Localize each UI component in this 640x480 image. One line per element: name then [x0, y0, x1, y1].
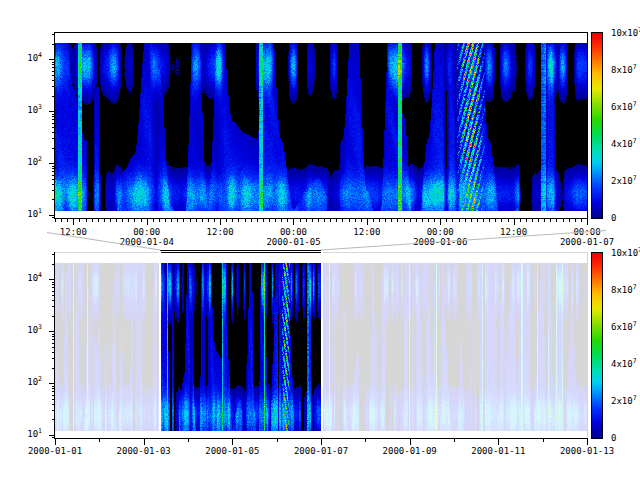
overview-x-date-label: 2000-01-03	[112, 446, 176, 456]
zoom-colorbar-tick-label: 4x107	[611, 139, 637, 149]
zoom-x-tick-label: 00:00	[557, 227, 617, 237]
overview-spectrogram-canvas[interactable]	[55, 253, 587, 438]
zoom-x-date-label: 2000-01-05	[261, 237, 325, 247]
zoom-x-date-label: 2000-01-04	[115, 237, 179, 247]
overview-x-date-label: 2000-01-07	[289, 446, 353, 456]
zoom-x-tick-label: 12:00	[484, 227, 544, 237]
overview-colorbar-tick-label: 8x107	[611, 285, 637, 295]
overview-colorbar-tick-label: 6x107	[611, 322, 637, 332]
spectrogram-figure: 12:0000:002000-01-0412:0000:002000-01-05…	[0, 0, 640, 480]
zoom-x-date-label: 2000-01-07	[555, 237, 619, 247]
zoom-colorbar-tick-label: 0	[611, 213, 616, 223]
zoom-x-tick-label: 12:00	[337, 227, 397, 237]
overview-colorbar-tick-label: 0	[611, 433, 616, 443]
zoom-x-tick-label: 12:00	[190, 227, 250, 237]
zoom-colorbar-tick-label: 10x107	[611, 28, 640, 38]
overview-x-date-label: 2000-01-11	[466, 446, 530, 456]
overview-y-tick-label: 104	[0, 273, 42, 283]
overview-colorbar-tick-label: 2x107	[611, 396, 637, 406]
overview-x-date-label: 2000-01-13	[555, 446, 619, 456]
overview-colorbar-tick-label: 4x107	[611, 359, 637, 369]
overview-y-tick-label: 102	[0, 377, 42, 387]
zoom-y-tick-label: 103	[0, 105, 42, 115]
zoom-spectrogram-canvas[interactable]	[55, 33, 587, 218]
zoom-y-tick-label: 104	[0, 53, 42, 63]
zoom-y-tick-label: 101	[0, 209, 42, 219]
zoom-x-date-label: 2000-01-06	[408, 237, 472, 247]
overview-colorbar	[592, 253, 602, 438]
zoom-colorbar-tick-label: 6x107	[611, 102, 637, 112]
zoom-x-tick-label: 12:00	[43, 227, 103, 237]
overview-colorbar-tick-label: 10x107	[611, 248, 640, 258]
overview-y-tick-label: 101	[0, 429, 42, 439]
overview-x-date-label: 2000-01-09	[378, 446, 442, 456]
zoom-colorbar-tick-label: 2x107	[611, 176, 637, 186]
zoom-x-tick-label: 00:00	[410, 227, 470, 237]
overview-x-date-label: 2000-01-05	[200, 446, 264, 456]
overview-y-tick-label: 103	[0, 325, 42, 335]
zoom-colorbar-tick-label: 8x107	[611, 65, 637, 75]
zoom-x-tick-label: 00:00	[263, 227, 323, 237]
zoom-x-tick-label: 00:00	[117, 227, 177, 237]
zoom-colorbar	[592, 33, 602, 218]
overview-x-date-label: 2000-01-01	[23, 446, 87, 456]
zoom-y-tick-label: 102	[0, 157, 42, 167]
